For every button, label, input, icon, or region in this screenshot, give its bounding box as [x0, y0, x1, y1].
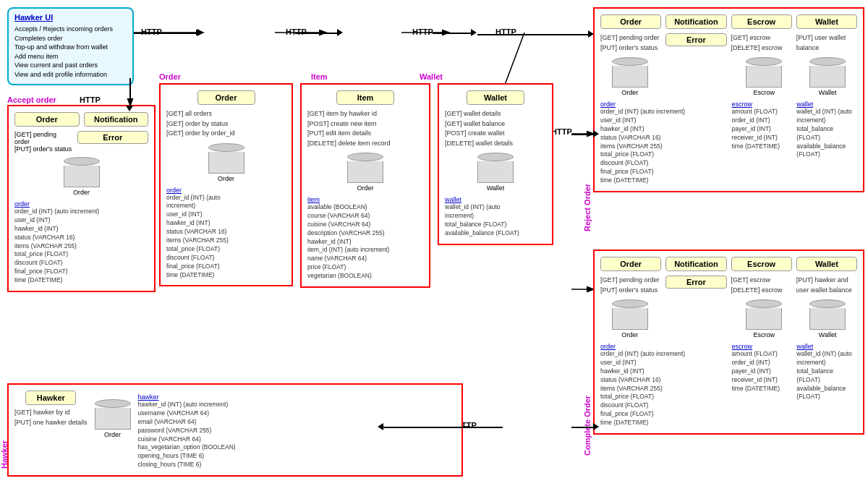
diagram-container: Hawker UI Accepts / Rejects incoming ord…	[0, 0, 868, 486]
wallet-schema-c1: wallet_id (INT) (auto increment) total_b…	[796, 350, 857, 401]
arrowhead-h3	[471, 29, 477, 36]
order-schema-c1: order_id (INT) (auto increment) user_id …	[600, 350, 692, 427]
http-label-1: HTTP	[141, 27, 162, 36]
hawker-section-label: Hawker	[0, 396, 9, 469]
error-box-1: Error	[77, 131, 149, 144]
hawker-section-box: Hawker [GET] hawker by id[PUT] one hawke…	[7, 383, 463, 477]
h-arrow-2	[295, 33, 339, 34]
wallet-label-top: Wallet	[420, 72, 443, 81]
h-arrow-3	[433, 33, 472, 34]
db-order-3: Order	[347, 153, 383, 192]
arrowhead-h1	[197, 29, 203, 36]
item-schema-link: item	[307, 196, 423, 203]
db-order-h1: Order	[95, 399, 131, 438]
error-box-c1: Error	[665, 276, 726, 289]
hawker-endpoints: [GET] hawker by id[PUT] one hawker detai…	[14, 408, 88, 427]
item-label: Item	[311, 72, 328, 81]
http-label-3: HTTP	[412, 27, 433, 36]
notification-yellow-r1: Notification	[665, 14, 726, 29]
db-order-1: Order	[64, 157, 100, 196]
escrow-schema-c1: amount (FLOAT) order_id (INT) payer_id (…	[732, 350, 793, 393]
complete-order-endpoints: [GET] pending order[PUT] order's status	[600, 276, 661, 295]
arrowhead-1	[126, 106, 133, 111]
complete-order-label: Complete Order	[583, 340, 592, 456]
h-arrow-complete	[383, 427, 503, 428]
wallet-schema-1: wallet_id (INT) (auto increment) total_b…	[445, 203, 546, 238]
reject-order-endpoints: [GET] pending order[PUT] order's status	[600, 33, 661, 53]
order-schema-link-2: order	[166, 187, 286, 194]
wallet-yellow-c1: Wallet	[796, 257, 857, 271]
wallet-endpoints: [GET] wallet details [GET] wallet balanc…	[445, 109, 546, 148]
escrow-schema-link-c1: escrow	[732, 343, 793, 350]
order-schema-2: order_id (INT) (auto increment) user_id …	[166, 194, 286, 280]
item-schema: available (BOOLEAN) course (VARCHAR 64) …	[307, 203, 423, 281]
wallet-yellow-r1: Wallet	[796, 14, 857, 29]
hawker-yellow: Hawker	[25, 391, 76, 405]
escrow-schema-r1: amount (FLOAT) order_id (INT) payer_id (…	[732, 108, 793, 150]
http-label-reject: HTTP	[551, 127, 572, 136]
escrow-schema-link-r1: escrow	[732, 101, 793, 108]
arrow-down-1	[129, 78, 131, 107]
order-yellow-1: Order	[14, 112, 80, 127]
order-endpoints: [GET] all orders [GET] order by status […	[166, 109, 286, 139]
order-schema-r1: order_id (INT) (auto increment) user_id …	[600, 108, 692, 185]
db-wallet-c1: Wallet	[809, 299, 846, 338]
order-schema-link-1: order	[14, 200, 148, 208]
order-yellow-r1: Order	[600, 14, 661, 29]
reject-order-label: Reject Order	[583, 87, 592, 231]
h-arrow-r1	[571, 134, 595, 135]
wallet-yellow-1: Wallet	[467, 90, 524, 105]
complete-order-box: Order Notification Escrow Wallet [GET] p…	[593, 250, 864, 435]
escrow-yellow-r1: Escrow	[731, 14, 792, 29]
order-schema-link-r1: order	[600, 101, 692, 108]
complete-wallet-note: [PUT] hawker and user wallet balance	[796, 276, 857, 295]
error-box-r1: Error	[665, 33, 726, 46]
reject-wallet-note: [PUT] user wallet balance	[796, 33, 857, 53]
hawker-ui-features: Accepts / Rejects incoming orders Comple…	[14, 25, 127, 80]
accept-order-label: Accept order	[7, 95, 56, 104]
hawker-schema: hawker_id (INT) (auto increment) usernam…	[138, 401, 456, 469]
hawker-ui-box: Hawker UI Accepts / Rejects incoming ord…	[7, 7, 134, 85]
reject-order-box: Order Notification Escrow Wallet [GET] p…	[593, 7, 864, 192]
order-service-box: Order [GET] all orders [GET] order by st…	[159, 83, 293, 286]
hawker-ui-title: Hawker UI	[14, 13, 127, 22]
arrowhead-r1	[593, 130, 599, 137]
h-arrow-1	[134, 33, 199, 34]
complete-escrow-endpoints: [GET] escrow[DELETE] escrow	[731, 276, 792, 295]
order-yellow-2: Order	[197, 90, 255, 105]
notification-yellow-1: Notification	[84, 112, 149, 127]
h-arrow-4	[477, 34, 590, 35]
db-order-2: Order	[208, 143, 244, 182]
wallet-schema-link-1: wallet	[445, 196, 546, 203]
h-arrow-c1	[571, 427, 595, 428]
db-order-r1: Order	[612, 57, 648, 96]
db-wallet-r1: Wallet	[809, 57, 846, 96]
db-order-c1: Order	[612, 299, 648, 338]
http-label-2: HTTP	[286, 27, 307, 36]
arrowhead-h2	[337, 29, 343, 36]
db-escrow-r1: Escrow	[746, 57, 782, 96]
db-escrow-c1: Escrow	[746, 299, 782, 338]
accept-endpoints: [GET] pending order [PUT] order's status	[14, 131, 73, 153]
order-schema-link-c1: order	[600, 343, 692, 350]
arrowhead-c1	[593, 423, 599, 430]
order-yellow-c1: Order	[600, 257, 661, 271]
wallet-schema-link-c1: wallet	[796, 343, 857, 350]
reject-escrow-endpoints: [GET] escrow[DELETE] escrow	[731, 33, 792, 53]
order-schema-1: order_id (INT) (auto increment) user_id …	[14, 208, 148, 285]
arrowhead-complete	[378, 423, 383, 430]
db-wallet-1: Wallet	[477, 153, 514, 192]
wallet-schema-r1: wallet_id (INT) (auto increment) total_b…	[796, 108, 857, 159]
item-yellow: Item	[336, 90, 394, 105]
item-service-box: Item [GET] item by hawker id [POST] crea…	[300, 83, 430, 288]
notification-yellow-c1: Notification	[665, 257, 726, 271]
arrowhead-h4	[588, 30, 594, 38]
hawker-schema-link: hawker	[138, 393, 456, 401]
order-label-1: Order	[159, 72, 181, 81]
wallet-schema-link-r1: wallet	[796, 101, 857, 108]
wallet-service-box: Wallet [GET] wallet details [GET] wallet…	[438, 83, 553, 245]
accept-order-box: Order Notification [GET] pending order […	[7, 105, 156, 292]
item-endpoints: [GET] item by hawker id [POST] create ne…	[307, 109, 423, 148]
escrow-yellow-c1: Escrow	[731, 257, 792, 271]
http-accept: HTTP	[80, 95, 101, 104]
